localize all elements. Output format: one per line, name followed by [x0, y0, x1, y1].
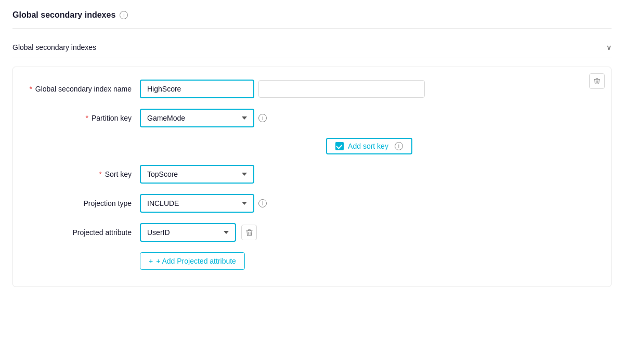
index-name-inputs — [140, 80, 425, 98]
add-sort-key-container[interactable]: Add sort key i — [326, 138, 412, 154]
partition-key-info-icon[interactable]: i — [258, 114, 267, 122]
delete-projected-attribute-button[interactable] — [241, 225, 257, 240]
sort-key-label: * Sort key — [25, 170, 140, 178]
page-container: Global secondary indexes i Global second… — [0, 0, 624, 364]
sort-key-info-icon[interactable]: i — [395, 142, 403, 150]
section-title: Global secondary indexes — [12, 43, 96, 51]
add-sort-key-row: Add sort key i — [25, 138, 599, 154]
required-star: * — [29, 85, 32, 93]
partition-key-row: * Partition key GameMode UserID TopScore… — [25, 109, 599, 127]
index-name-row: * Global secondary index name — [25, 80, 599, 98]
required-star-sort: * — [99, 170, 101, 178]
index-name-input[interactable] — [140, 80, 254, 98]
add-projected-attribute-button[interactable]: + + Add Projected attribute — [140, 252, 245, 270]
page-title-info-icon[interactable]: i — [120, 11, 128, 19]
sort-key-row: * Sort key TopScore UserID GameMode — [25, 165, 599, 184]
add-sort-key-label: Add sort key — [348, 142, 388, 150]
projected-attribute-row: Projected attribute UserID GameMode TopS… — [25, 223, 599, 242]
trash-icon — [593, 77, 601, 85]
partition-key-label: * Partition key — [25, 114, 140, 122]
projected-attribute-select[interactable]: UserID GameMode TopScore — [140, 223, 236, 242]
projection-type-info-icon[interactable]: i — [258, 199, 267, 207]
plus-icon: + — [149, 257, 153, 265]
projection-type-select[interactable]: INCLUDE ALL KEYS_ONLY — [140, 194, 254, 213]
projection-type-row: Projection type INCLUDE ALL KEYS_ONLY i — [25, 194, 599, 213]
sort-key-checkbox[interactable] — [335, 142, 344, 150]
required-star-partition: * — [86, 114, 88, 122]
sort-key-select[interactable]: TopScore UserID GameMode — [140, 165, 254, 184]
index-name-second-input[interactable] — [258, 80, 425, 98]
partition-key-select[interactable]: GameMode UserID TopScore — [140, 109, 254, 127]
chevron-down-icon: ∨ — [606, 43, 612, 51]
projected-attribute-label: Projected attribute — [25, 228, 140, 237]
index-card: * Global secondary index name * Partitio… — [12, 67, 612, 287]
add-projected-attribute-label: + Add Projected attribute — [156, 257, 236, 265]
trash-icon-projected — [246, 229, 253, 237]
delete-index-button[interactable] — [589, 73, 605, 89]
page-title: Global secondary indexes — [12, 10, 115, 20]
projection-type-label: Projection type — [25, 199, 140, 207]
page-header: Global secondary indexes i — [12, 10, 612, 29]
section-header[interactable]: Global secondary indexes ∨ — [12, 37, 612, 58]
index-name-label: * Global secondary index name — [25, 85, 140, 93]
